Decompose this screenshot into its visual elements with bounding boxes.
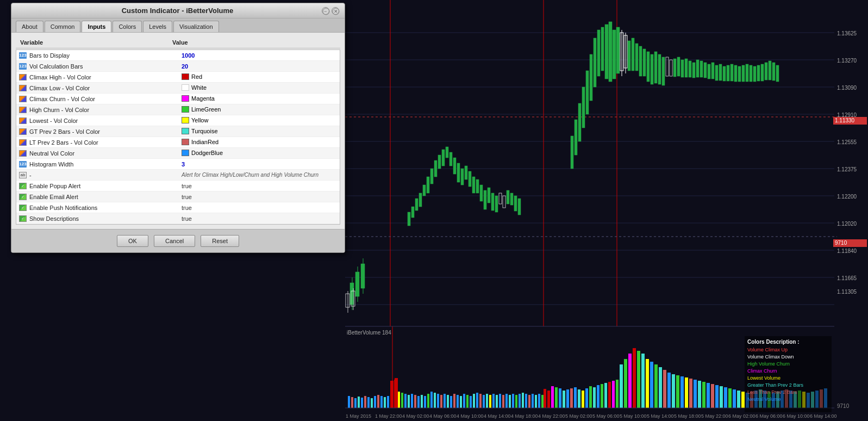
svg-rect-160 (437, 394, 439, 408)
svg-rect-208 (601, 384, 603, 408)
svg-text:Lowest Volume: Lowest Volume (747, 375, 780, 381)
row-value[interactable]: true (182, 215, 338, 222)
svg-rect-43 (465, 166, 467, 179)
row-value[interactable]: Red (182, 73, 338, 81)
row-value[interactable]: true (182, 194, 338, 200)
tab-common[interactable]: Common (45, 21, 81, 32)
row-value[interactable]: Yellow (182, 117, 338, 125)
tab-about[interactable]: About (16, 21, 43, 32)
svg-rect-80 (647, 52, 650, 82)
svg-rect-22 (355, 272, 359, 296)
table-row: ✓ Enable Popup Alert true (16, 181, 340, 191)
row-value[interactable]: LimeGreen (182, 106, 338, 114)
svg-text:Neutral Volume: Neutral Volume (747, 397, 781, 402)
svg-rect-159 (434, 393, 436, 408)
row-value[interactable]: White (182, 84, 338, 92)
svg-rect-182 (509, 395, 511, 408)
svg-rect-223 (663, 370, 666, 408)
svg-rect-38 (446, 147, 448, 158)
table-row: Neutral Vol Color DodgerBlue (16, 148, 340, 159)
svg-text:5 May 06:00: 5 May 06:00 (592, 413, 620, 419)
bool-icon: ✓ (18, 215, 27, 222)
svg-rect-137 (361, 398, 363, 408)
svg-rect-154 (417, 396, 420, 408)
svg-rect-46 (476, 179, 479, 193)
tab-levels[interactable]: Levels (143, 21, 172, 32)
row-value[interactable]: IndianRed (182, 139, 338, 146)
svg-text:4 May 18:00: 4 May 18:00 (511, 413, 538, 419)
int-icon: 123 (18, 63, 27, 70)
svg-rect-213 (620, 364, 623, 408)
svg-rect-157 (427, 394, 429, 408)
svg-rect-113 (772, 63, 775, 81)
svg-rect-198 (563, 391, 565, 408)
row-value[interactable]: 20 (182, 63, 338, 70)
row-value[interactable]: 3 (182, 161, 338, 168)
col-variable-header: Variable (20, 39, 172, 46)
svg-rect-172 (476, 393, 478, 408)
svg-rect-169 (466, 395, 469, 408)
tab-inputs[interactable]: Inputs (82, 21, 111, 32)
svg-text:−: − (324, 9, 327, 14)
row-value[interactable]: DodgerBlue (182, 150, 338, 157)
svg-rect-220 (650, 362, 653, 408)
row-variable: Vol Calculation Bars (29, 63, 182, 70)
svg-text:Greater Than Prev 2 Bars: Greater Than Prev 2 Bars (747, 382, 803, 388)
svg-rect-39 (449, 152, 452, 166)
svg-text:6 May 10:00: 6 May 10:00 (783, 413, 810, 419)
row-value[interactable]: true (182, 183, 338, 189)
svg-rect-202 (578, 389, 580, 408)
svg-rect-79 (643, 49, 646, 76)
svg-rect-186 (522, 393, 524, 408)
tab-colors[interactable]: Colors (113, 21, 142, 32)
ok-button[interactable]: OK (117, 235, 148, 247)
svg-rect-176 (489, 395, 491, 408)
custom-indicator-dialog: Custom Indicator - iBetterVolume − ✕ Abo… (11, 3, 345, 253)
svg-rect-180 (502, 395, 504, 408)
table-row: ✓ Enable Push Notifications true (16, 202, 340, 213)
svg-rect-55 (510, 193, 513, 205)
table-header: Variable Value (16, 37, 340, 48)
svg-rect-189 (532, 394, 534, 408)
minimize-button[interactable]: − (322, 7, 329, 15)
svg-text:1.11305: 1.11305 (837, 289, 857, 295)
row-value[interactable]: Magenta (182, 95, 338, 103)
svg-rect-229 (689, 379, 692, 408)
svg-rect-65 (597, 30, 600, 76)
svg-rect-93 (696, 60, 699, 77)
svg-rect-209 (604, 383, 607, 408)
svg-rect-62 (586, 71, 589, 114)
close-button[interactable]: ✕ (332, 7, 339, 15)
svg-rect-194 (547, 391, 550, 408)
svg-rect-30 (415, 199, 418, 210)
reset-button[interactable]: Reset (201, 235, 239, 247)
svg-text:5 May 02:00: 5 May 02:00 (565, 413, 592, 419)
svg-rect-47 (480, 185, 483, 201)
svg-text:1.12555: 1.12555 (837, 139, 857, 145)
color-icon (18, 128, 27, 135)
row-value[interactable]: Turquoise (182, 128, 338, 135)
row-value[interactable]: true (182, 205, 338, 211)
svg-rect-140 (371, 398, 373, 408)
svg-rect-233 (707, 383, 710, 408)
bool-icon: ✓ (18, 182, 27, 190)
svg-rect-162 (444, 394, 446, 408)
svg-rect-61 (582, 87, 585, 128)
tab-visualization[interactable]: Visualization (173, 21, 219, 32)
cancel-button[interactable]: Cancel (154, 235, 195, 247)
svg-rect-94 (700, 61, 703, 77)
svg-text:1.11665: 1.11665 (837, 275, 857, 281)
svg-rect-96 (708, 64, 710, 79)
svg-rect-232 (702, 382, 705, 408)
svg-text:6 May 06:00: 6 May 06:00 (755, 413, 783, 419)
svg-rect-181 (505, 394, 508, 408)
svg-text:1.13270: 1.13270 (837, 58, 857, 64)
dialog-tabs: About Common Inputs Colors Levels Visual… (11, 18, 345, 33)
svg-rect-173 (479, 394, 482, 408)
svg-rect-224 (667, 373, 671, 408)
svg-text:1 May 22:00: 1 May 22:00 (375, 413, 402, 419)
row-value[interactable]: 1000 (182, 52, 338, 59)
svg-rect-191 (538, 394, 540, 408)
svg-rect-199 (566, 389, 569, 408)
svg-rect-110 (761, 64, 764, 81)
